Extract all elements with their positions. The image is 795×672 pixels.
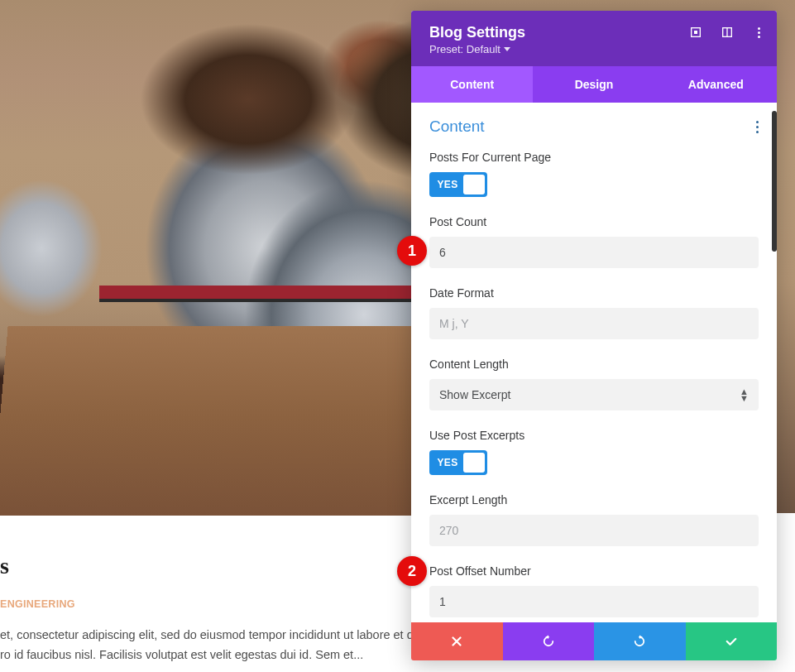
section-more-icon[interactable] [756, 121, 759, 133]
label-date-format: Date Format [429, 286, 759, 300]
more-icon[interactable] [752, 26, 765, 39]
annotation-bubble-1: 1 [397, 236, 427, 266]
label-excerpt-length: Excerpt Length [429, 493, 759, 506]
caret-down-icon [504, 47, 510, 51]
panel-footer [411, 622, 777, 660]
panel-body: Content Posts For Current Page YES Post … [411, 103, 777, 622]
undo-button[interactable] [503, 622, 595, 660]
confirm-button[interactable] [686, 622, 778, 660]
svg-rect-1 [694, 31, 697, 34]
toggle-thumb [463, 453, 485, 473]
tab-content[interactable]: Content [411, 66, 533, 103]
input-excerpt-length[interactable] [429, 515, 759, 546]
input-date-format[interactable] [429, 308, 759, 339]
redo-button[interactable] [594, 622, 686, 660]
expand-icon[interactable] [689, 26, 702, 39]
red-table-graphic [99, 286, 447, 302]
tab-advanced[interactable]: Advanced [655, 66, 777, 103]
input-post-count[interactable] [429, 237, 759, 268]
section-title: Content [429, 118, 485, 136]
panel-header: Blog Settings Preset: Default [411, 11, 777, 66]
select-content-length[interactable]: Show Excerpt [429, 379, 759, 410]
toggle-posts-current-page[interactable]: YES [429, 172, 487, 197]
input-post-offset[interactable] [429, 586, 759, 617]
label-post-count: Post Count [429, 215, 759, 228]
select-arrows-icon: ▲▼ [740, 388, 749, 401]
columns-icon[interactable] [721, 26, 734, 39]
scrollbar-thumb[interactable] [772, 111, 777, 252]
preset-dropdown[interactable]: Preset: Default [429, 43, 510, 55]
label-content-length: Content Length [429, 358, 759, 371]
toggle-use-post-excerpts[interactable]: YES [429, 450, 487, 475]
blog-settings-panel: Blog Settings Preset: Default Content De… [411, 11, 777, 660]
label-post-offset: Post Offset Number [429, 564, 759, 578]
tab-design[interactable]: Design [533, 66, 654, 103]
annotation-bubble-2: 2 [397, 556, 427, 586]
label-posts-current-page: Posts For Current Page [429, 151, 759, 164]
panel-tabs: Content Design Advanced [411, 66, 777, 103]
cancel-button[interactable] [411, 622, 503, 660]
label-use-post-excerpts: Use Post Excerpts [429, 429, 759, 442]
toggle-thumb [463, 175, 485, 194]
